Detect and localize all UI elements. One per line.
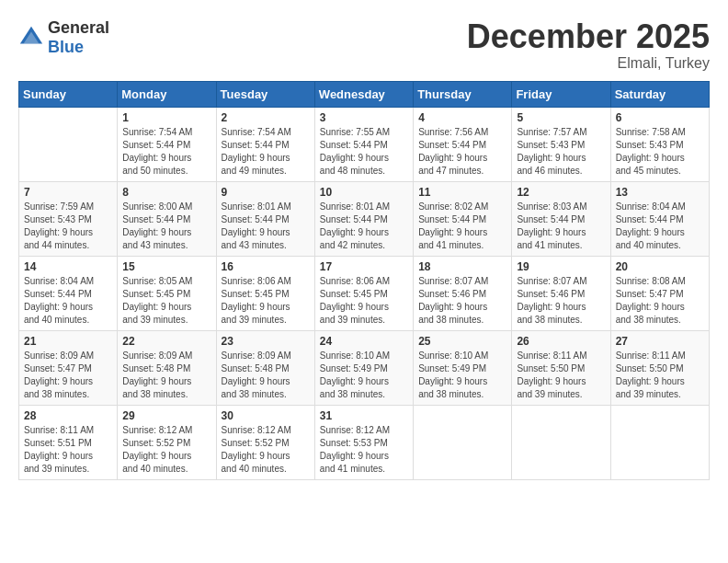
calendar-cell: 12Sunrise: 8:03 AMSunset: 5:44 PMDayligh… [512, 181, 610, 256]
calendar-cell: 27Sunrise: 8:11 AMSunset: 5:50 PMDayligh… [610, 330, 709, 405]
day-info: Sunrise: 8:02 AMSunset: 5:44 PMDaylight:… [418, 201, 506, 252]
calendar-cell: 30Sunrise: 8:12 AMSunset: 5:52 PMDayligh… [216, 405, 314, 479]
calendar-cell: 22Sunrise: 8:09 AMSunset: 5:48 PMDayligh… [118, 330, 216, 405]
calendar-cell: 19Sunrise: 8:07 AMSunset: 5:46 PMDayligh… [512, 256, 610, 330]
day-info: Sunrise: 8:09 AMSunset: 5:48 PMDaylight:… [222, 350, 310, 401]
calendar-cell: 9Sunrise: 8:01 AMSunset: 5:44 PMDaylight… [216, 181, 314, 256]
day-number: 31 [320, 409, 408, 422]
calendar-cell: 8Sunrise: 8:00 AMSunset: 5:44 PMDaylight… [118, 181, 216, 256]
calendar-cell: 13Sunrise: 8:04 AMSunset: 5:44 PMDayligh… [610, 181, 709, 256]
calendar-week-row-5: 28Sunrise: 8:11 AMSunset: 5:51 PMDayligh… [19, 405, 710, 479]
calendar-cell: 2Sunrise: 7:54 AMSunset: 5:44 PMDaylight… [216, 107, 314, 181]
calendar-cell: 16Sunrise: 8:06 AMSunset: 5:45 PMDayligh… [216, 256, 314, 330]
calendar-cell: 4Sunrise: 7:56 AMSunset: 5:44 PMDaylight… [414, 107, 512, 181]
page-header: General Blue December 2025 Elmali, Turke… [18, 18, 710, 72]
day-info: Sunrise: 8:05 AMSunset: 5:45 PMDaylight:… [122, 275, 210, 327]
day-number: 17 [320, 260, 408, 273]
day-number: 29 [122, 409, 210, 422]
calendar-cell [610, 405, 709, 479]
calendar-cell: 26Sunrise: 8:11 AMSunset: 5:50 PMDayligh… [512, 330, 610, 405]
calendar-cell: 23Sunrise: 8:09 AMSunset: 5:48 PMDayligh… [216, 330, 314, 405]
calendar-cell: 31Sunrise: 8:12 AMSunset: 5:53 PMDayligh… [314, 405, 413, 479]
month-title: December 2025 [467, 18, 710, 55]
day-number: 7 [24, 186, 112, 199]
calendar-header-row: Sunday Monday Tuesday Wednesday Thursday… [19, 81, 710, 107]
day-number: 25 [418, 335, 506, 348]
day-info: Sunrise: 7:57 AMSunset: 5:43 PMDaylight:… [517, 126, 605, 178]
location: Elmali, Turkey [467, 55, 710, 72]
day-number: 20 [616, 260, 704, 273]
day-number: 5 [517, 111, 605, 124]
day-number: 19 [517, 260, 605, 273]
day-number: 23 [222, 335, 310, 348]
day-number: 28 [24, 409, 112, 422]
day-number: 27 [616, 335, 704, 348]
day-info: Sunrise: 7:59 AMSunset: 5:43 PMDaylight:… [24, 201, 112, 252]
day-number: 18 [418, 260, 506, 273]
day-number: 1 [122, 111, 210, 124]
calendar-cell [512, 405, 610, 479]
day-number: 2 [222, 111, 310, 124]
calendar-cell: 14Sunrise: 8:04 AMSunset: 5:44 PMDayligh… [19, 256, 118, 330]
day-info: Sunrise: 8:06 AMSunset: 5:45 PMDaylight:… [320, 275, 408, 327]
col-monday: Monday [118, 81, 216, 107]
logo-general: General [48, 18, 109, 37]
day-info: Sunrise: 8:01 AMSunset: 5:44 PMDaylight:… [320, 201, 408, 252]
col-sunday: Sunday [19, 81, 118, 107]
calendar-cell: 7Sunrise: 7:59 AMSunset: 5:43 PMDaylight… [19, 181, 118, 256]
day-number: 10 [320, 186, 408, 199]
day-info: Sunrise: 8:09 AMSunset: 5:48 PMDaylight:… [122, 350, 210, 401]
day-info: Sunrise: 8:10 AMSunset: 5:49 PMDaylight:… [418, 350, 506, 401]
calendar-cell: 24Sunrise: 8:10 AMSunset: 5:49 PMDayligh… [314, 330, 413, 405]
day-number: 3 [320, 111, 408, 124]
day-info: Sunrise: 7:55 AMSunset: 5:44 PMDaylight:… [320, 126, 408, 178]
calendar-cell: 10Sunrise: 8:01 AMSunset: 5:44 PMDayligh… [314, 181, 413, 256]
logo-blue: Blue [48, 38, 84, 56]
day-number: 16 [222, 260, 310, 273]
calendar-cell: 18Sunrise: 8:07 AMSunset: 5:46 PMDayligh… [414, 256, 512, 330]
day-info: Sunrise: 7:56 AMSunset: 5:44 PMDaylight:… [418, 126, 506, 178]
calendar-cell: 17Sunrise: 8:06 AMSunset: 5:45 PMDayligh… [314, 256, 413, 330]
day-number: 30 [222, 409, 310, 422]
day-info: Sunrise: 8:09 AMSunset: 5:47 PMDaylight:… [24, 350, 112, 401]
day-number: 9 [222, 186, 310, 199]
calendar-week-row-4: 21Sunrise: 8:09 AMSunset: 5:47 PMDayligh… [19, 330, 710, 405]
day-info: Sunrise: 8:11 AMSunset: 5:51 PMDaylight:… [24, 424, 112, 476]
calendar-cell: 6Sunrise: 7:58 AMSunset: 5:43 PMDaylight… [610, 107, 709, 181]
calendar-cell: 29Sunrise: 8:12 AMSunset: 5:52 PMDayligh… [118, 405, 216, 479]
title-block: December 2025 Elmali, Turkey [467, 18, 710, 72]
day-number: 26 [517, 335, 605, 348]
day-info: Sunrise: 8:12 AMSunset: 5:52 PMDaylight:… [122, 424, 210, 476]
calendar-cell: 28Sunrise: 8:11 AMSunset: 5:51 PMDayligh… [19, 405, 118, 479]
day-info: Sunrise: 8:01 AMSunset: 5:44 PMDaylight:… [222, 201, 310, 252]
day-number: 4 [418, 111, 506, 124]
calendar-cell: 15Sunrise: 8:05 AMSunset: 5:45 PMDayligh… [118, 256, 216, 330]
day-number: 13 [616, 186, 704, 199]
day-info: Sunrise: 7:54 AMSunset: 5:44 PMDaylight:… [222, 126, 310, 178]
day-info: Sunrise: 7:58 AMSunset: 5:43 PMDaylight:… [616, 126, 704, 178]
day-number: 14 [24, 260, 112, 273]
col-thursday: Thursday [414, 81, 512, 107]
calendar-week-row-1: 1Sunrise: 7:54 AMSunset: 5:44 PMDaylight… [19, 107, 710, 181]
day-info: Sunrise: 8:12 AMSunset: 5:52 PMDaylight:… [222, 424, 310, 476]
day-info: Sunrise: 8:11 AMSunset: 5:50 PMDaylight:… [517, 350, 605, 401]
logo-text: General Blue [48, 18, 109, 57]
calendar-week-row-2: 7Sunrise: 7:59 AMSunset: 5:43 PMDaylight… [19, 181, 710, 256]
logo: General Blue [18, 18, 109, 57]
calendar-cell: 1Sunrise: 7:54 AMSunset: 5:44 PMDaylight… [118, 107, 216, 181]
day-number: 6 [616, 111, 704, 124]
day-info: Sunrise: 7:54 AMSunset: 5:44 PMDaylight:… [122, 126, 210, 178]
day-info: Sunrise: 8:07 AMSunset: 5:46 PMDaylight:… [517, 275, 605, 327]
day-info: Sunrise: 8:00 AMSunset: 5:44 PMDaylight:… [122, 201, 210, 252]
calendar-cell: 25Sunrise: 8:10 AMSunset: 5:49 PMDayligh… [414, 330, 512, 405]
logo-icon [18, 25, 44, 51]
calendar-cell: 3Sunrise: 7:55 AMSunset: 5:44 PMDaylight… [314, 107, 413, 181]
calendar-cell: 20Sunrise: 8:08 AMSunset: 5:47 PMDayligh… [610, 256, 709, 330]
calendar-cell: 21Sunrise: 8:09 AMSunset: 5:47 PMDayligh… [19, 330, 118, 405]
day-number: 24 [320, 335, 408, 348]
calendar-cell [414, 405, 512, 479]
day-info: Sunrise: 8:07 AMSunset: 5:46 PMDaylight:… [418, 275, 506, 327]
col-friday: Friday [512, 81, 610, 107]
day-number: 22 [122, 335, 210, 348]
calendar-cell: 11Sunrise: 8:02 AMSunset: 5:44 PMDayligh… [414, 181, 512, 256]
